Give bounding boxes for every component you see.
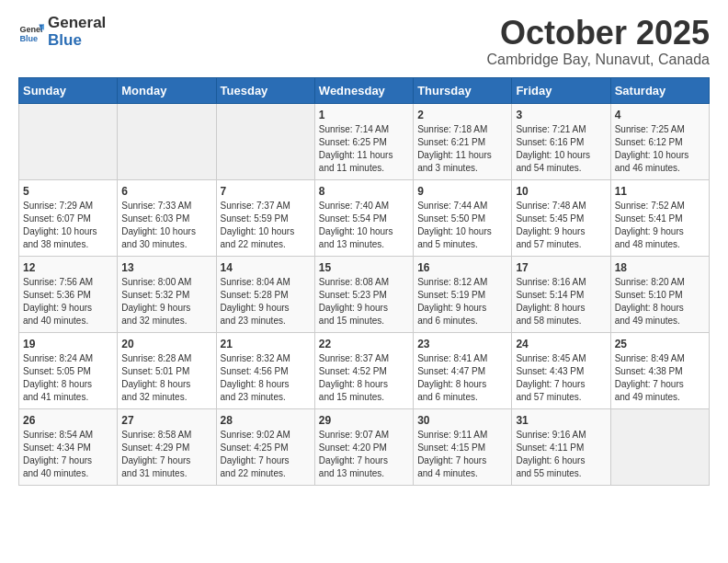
day-number: 1: [319, 109, 409, 121]
calendar-week-row: 12Sunrise: 7:56 AM Sunset: 5:36 PM Dayli…: [19, 256, 710, 332]
calendar-cell: 7Sunrise: 7:37 AM Sunset: 5:59 PM Daylig…: [216, 179, 314, 256]
location-subtitle: Cambridge Bay, Nunavut, Canada: [486, 52, 710, 68]
calendar-cell: 19Sunrise: 8:24 AM Sunset: 5:05 PM Dayli…: [19, 332, 118, 408]
day-info: Sunrise: 8:41 AM Sunset: 4:47 PM Dayligh…: [417, 352, 507, 404]
day-header-friday: Friday: [512, 77, 610, 103]
day-info: Sunrise: 9:02 AM Sunset: 4:25 PM Dayligh…: [221, 429, 311, 480]
svg-text:Blue: Blue: [19, 33, 38, 42]
day-info: Sunrise: 8:16 AM Sunset: 5:14 PM Dayligh…: [516, 276, 606, 327]
calendar-cell: 31Sunrise: 9:16 AM Sunset: 4:11 PM Dayli…: [512, 408, 610, 485]
calendar-cell: 27Sunrise: 8:58 AM Sunset: 4:29 PM Dayli…: [118, 408, 216, 485]
day-info: Sunrise: 7:29 AM Sunset: 6:07 PM Dayligh…: [23, 200, 113, 251]
day-info: Sunrise: 7:44 AM Sunset: 5:50 PM Dayligh…: [417, 200, 507, 251]
day-number: 20: [121, 338, 211, 350]
day-info: Sunrise: 7:56 AM Sunset: 5:36 PM Dayligh…: [23, 276, 113, 327]
day-info: Sunrise: 8:37 AM Sunset: 4:52 PM Dayligh…: [319, 352, 409, 404]
day-info: Sunrise: 7:52 AM Sunset: 5:41 PM Dayligh…: [615, 200, 705, 251]
calendar-cell: 8Sunrise: 7:40 AM Sunset: 5:54 PM Daylig…: [314, 179, 413, 256]
calendar-cell: [216, 103, 314, 179]
day-number: 11: [615, 185, 705, 198]
day-number: 29: [319, 414, 409, 427]
day-number: 4: [615, 109, 705, 121]
day-info: Sunrise: 7:21 AM Sunset: 6:16 PM Dayligh…: [516, 123, 606, 175]
calendar-week-row: 19Sunrise: 8:24 AM Sunset: 5:05 PM Dayli…: [19, 332, 710, 408]
calendar-cell: 20Sunrise: 8:28 AM Sunset: 5:01 PM Dayli…: [118, 332, 216, 408]
logo-blue-text: Blue: [48, 32, 106, 50]
day-info: Sunrise: 8:04 AM Sunset: 5:28 PM Dayligh…: [221, 276, 311, 327]
day-number: 17: [516, 261, 606, 274]
day-info: Sunrise: 7:18 AM Sunset: 6:21 PM Dayligh…: [417, 123, 507, 175]
day-header-saturday: Saturday: [610, 77, 709, 103]
day-info: Sunrise: 7:48 AM Sunset: 5:45 PM Dayligh…: [516, 200, 606, 251]
calendar-cell: 26Sunrise: 8:54 AM Sunset: 4:34 PM Dayli…: [19, 408, 118, 485]
page-header: General Blue General Blue October 2025 C…: [18, 15, 710, 68]
day-number: 12: [23, 261, 113, 274]
calendar-cell: 30Sunrise: 9:11 AM Sunset: 4:15 PM Dayli…: [414, 408, 512, 485]
calendar-cell: 10Sunrise: 7:48 AM Sunset: 5:45 PM Dayli…: [512, 179, 610, 256]
calendar-cell: 29Sunrise: 9:07 AM Sunset: 4:20 PM Dayli…: [314, 408, 413, 485]
calendar-cell: 5Sunrise: 7:29 AM Sunset: 6:07 PM Daylig…: [19, 179, 118, 256]
calendar-cell: 22Sunrise: 8:37 AM Sunset: 4:52 PM Dayli…: [314, 332, 413, 408]
calendar-cell: 23Sunrise: 8:41 AM Sunset: 4:47 PM Dayli…: [414, 332, 512, 408]
day-header-monday: Monday: [118, 77, 216, 103]
logo-general-text: General: [48, 15, 106, 32]
calendar-cell: 11Sunrise: 7:52 AM Sunset: 5:41 PM Dayli…: [610, 179, 709, 256]
day-info: Sunrise: 7:14 AM Sunset: 6:25 PM Dayligh…: [319, 123, 409, 175]
day-number: 24: [516, 338, 606, 350]
day-number: 7: [221, 185, 311, 198]
calendar-cell: 2Sunrise: 7:18 AM Sunset: 6:21 PM Daylig…: [414, 103, 512, 179]
calendar-cell: 17Sunrise: 8:16 AM Sunset: 5:14 PM Dayli…: [512, 256, 610, 332]
calendar-cell: 6Sunrise: 7:33 AM Sunset: 6:03 PM Daylig…: [118, 179, 216, 256]
day-info: Sunrise: 8:24 AM Sunset: 5:05 PM Dayligh…: [23, 352, 113, 404]
day-number: 3: [516, 109, 606, 121]
calendar-cell: 3Sunrise: 7:21 AM Sunset: 6:16 PM Daylig…: [512, 103, 610, 179]
calendar-cell: 13Sunrise: 8:00 AM Sunset: 5:32 PM Dayli…: [118, 256, 216, 332]
calendar-cell: [19, 103, 118, 179]
calendar-header-row: SundayMondayTuesdayWednesdayThursdayFrid…: [19, 77, 710, 103]
day-number: 2: [417, 109, 507, 121]
day-number: 9: [417, 185, 507, 198]
day-info: Sunrise: 7:33 AM Sunset: 6:03 PM Dayligh…: [121, 200, 211, 251]
calendar-week-row: 1Sunrise: 7:14 AM Sunset: 6:25 PM Daylig…: [19, 103, 710, 179]
calendar-cell: 24Sunrise: 8:45 AM Sunset: 4:43 PM Dayli…: [512, 332, 610, 408]
calendar-week-row: 5Sunrise: 7:29 AM Sunset: 6:07 PM Daylig…: [19, 179, 710, 256]
day-info: Sunrise: 7:37 AM Sunset: 5:59 PM Dayligh…: [221, 200, 311, 251]
day-header-wednesday: Wednesday: [314, 77, 413, 103]
logo-icon: General Blue: [18, 19, 44, 45]
day-number: 26: [23, 414, 113, 427]
day-info: Sunrise: 8:32 AM Sunset: 4:56 PM Dayligh…: [221, 352, 311, 404]
day-number: 5: [23, 185, 113, 198]
day-info: Sunrise: 8:20 AM Sunset: 5:10 PM Dayligh…: [615, 276, 705, 327]
day-info: Sunrise: 8:49 AM Sunset: 4:38 PM Dayligh…: [615, 352, 705, 404]
day-number: 6: [121, 185, 211, 198]
month-title: October 2025: [486, 15, 710, 52]
day-number: 14: [221, 261, 311, 274]
day-info: Sunrise: 8:58 AM Sunset: 4:29 PM Dayligh…: [121, 429, 211, 480]
day-header-thursday: Thursday: [414, 77, 512, 103]
day-info: Sunrise: 9:11 AM Sunset: 4:15 PM Dayligh…: [417, 429, 507, 480]
day-number: 30: [417, 414, 507, 427]
day-number: 18: [615, 261, 705, 274]
calendar-cell: 1Sunrise: 7:14 AM Sunset: 6:25 PM Daylig…: [314, 103, 413, 179]
calendar-cell: 14Sunrise: 8:04 AM Sunset: 5:28 PM Dayli…: [216, 256, 314, 332]
day-info: Sunrise: 8:54 AM Sunset: 4:34 PM Dayligh…: [23, 429, 113, 480]
day-number: 21: [221, 338, 311, 350]
day-info: Sunrise: 7:25 AM Sunset: 6:12 PM Dayligh…: [615, 123, 705, 175]
day-header-sunday: Sunday: [19, 77, 118, 103]
day-number: 27: [121, 414, 211, 427]
calendar-cell: 16Sunrise: 8:12 AM Sunset: 5:19 PM Dayli…: [414, 256, 512, 332]
calendar-cell: 9Sunrise: 7:44 AM Sunset: 5:50 PM Daylig…: [414, 179, 512, 256]
day-info: Sunrise: 8:00 AM Sunset: 5:32 PM Dayligh…: [121, 276, 211, 327]
day-number: 23: [417, 338, 507, 350]
day-info: Sunrise: 8:08 AM Sunset: 5:23 PM Dayligh…: [319, 276, 409, 327]
day-info: Sunrise: 7:40 AM Sunset: 5:54 PM Dayligh…: [319, 200, 409, 251]
day-number: 25: [615, 338, 705, 350]
day-number: 15: [319, 261, 409, 274]
day-info: Sunrise: 8:45 AM Sunset: 4:43 PM Dayligh…: [516, 352, 606, 404]
day-number: 13: [121, 261, 211, 274]
calendar-cell: [118, 103, 216, 179]
day-number: 19: [23, 338, 113, 350]
calendar-cell: 18Sunrise: 8:20 AM Sunset: 5:10 PM Dayli…: [610, 256, 709, 332]
calendar-table: SundayMondayTuesdayWednesdayThursdayFrid…: [18, 77, 710, 486]
logo: General Blue General Blue: [18, 15, 106, 49]
